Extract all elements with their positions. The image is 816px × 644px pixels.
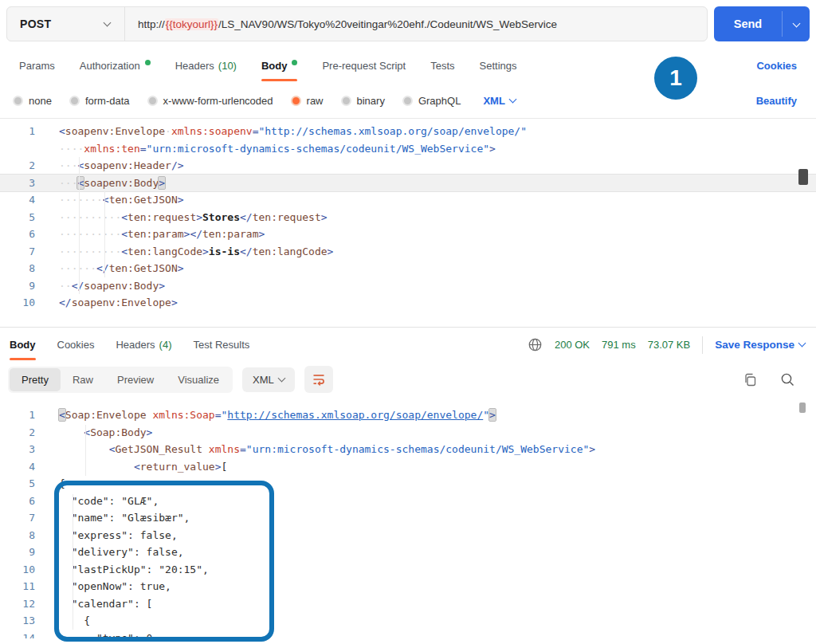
code-content: ··········<ten:param></ten:param>	[59, 226, 265, 243]
copy-button[interactable]	[743, 372, 758, 387]
tab-settings[interactable]: Settings	[480, 48, 517, 83]
indent-guide	[73, 494, 73, 630]
code-line: 2 <Soap:Body>	[0, 424, 816, 442]
code-line: 1<soapenv:Envelope·xmlns:soapenv="http:/…	[0, 123, 816, 140]
tab-count-badge: (10)	[218, 60, 237, 72]
line-number: 7	[0, 243, 46, 261]
code-line: 5··········<ten:request>Stores</ten:requ…	[0, 209, 816, 226]
response-tool-icons	[743, 372, 795, 387]
body-type-radio-binary[interactable]: binary	[341, 95, 385, 107]
request-url-bar: POST http://{{tokyourl}}/LS_NAV90/WS/Tok…	[0, 0, 816, 41]
tab-label: Params	[19, 60, 55, 72]
body-type-radio-raw[interactable]: raw	[291, 95, 324, 107]
line-number: 1	[0, 406, 46, 424]
response-editor-scrollbar[interactable]	[799, 402, 806, 413]
cookies-link[interactable]: Cookies	[756, 60, 797, 72]
code-content: ···<soapenv:Header/>	[59, 157, 184, 175]
view-tab-visualize[interactable]: Visualize	[166, 368, 231, 391]
code-content: "delivery": false,	[59, 544, 184, 561]
body-type-radio-x-www-form-urlencoded[interactable]: x-www-form-urlencoded	[147, 95, 273, 107]
body-language-select[interactable]: XML	[483, 95, 515, 107]
line-number: 5	[0, 209, 46, 226]
beautify-link[interactable]: Beautify	[756, 95, 797, 107]
line-number	[0, 140, 46, 158]
wrap-text-button[interactable]	[304, 366, 333, 393]
line-number: 9	[0, 544, 46, 561]
chevron-down-icon	[104, 18, 112, 26]
send-label[interactable]: Send	[714, 6, 782, 41]
code-content: ··········<ten:langCode>is-is</ten:langC…	[59, 243, 333, 261]
tab-headers[interactable]: Headers(10)	[175, 48, 237, 83]
wrap-text-icon	[312, 372, 326, 387]
code-line: 6··········<ten:param></ten:param>	[0, 226, 816, 243]
request-body-editor[interactable]: 1<soapenv:Envelope·xmlns:soapenv="http:/…	[0, 118, 816, 327]
code-line: 9··</soapenv:Body>	[0, 277, 816, 295]
send-options-button[interactable]	[783, 6, 810, 41]
line-number: 7	[0, 509, 46, 527]
code-content: "express": false,	[59, 527, 178, 544]
response-tab-cookies[interactable]: Cookies	[57, 328, 95, 362]
view-tab-preview[interactable]: Preview	[105, 368, 166, 391]
tab-pre-request-script[interactable]: Pre-request Script	[322, 48, 406, 83]
line-number: 13	[0, 612, 46, 630]
response-language-select[interactable]: XML	[242, 367, 295, 392]
code-content: "openNow": true,	[59, 578, 171, 595]
line-number: 6	[0, 226, 46, 243]
line-number: 2	[0, 424, 46, 442]
code-line: 8 "express": false,	[0, 527, 816, 544]
tab-label: Headers	[175, 60, 214, 72]
save-response-button[interactable]: Save Response	[715, 339, 805, 351]
code-line: 11 "openNow": true,	[0, 578, 816, 595]
response-tab-test-results[interactable]: Test Results	[194, 328, 250, 362]
body-type-radio-graphql[interactable]: GraphQL	[402, 95, 461, 107]
body-type-radio-form-data[interactable]: form-data	[69, 95, 130, 107]
code-line: 13 {	[0, 612, 816, 630]
response-toolbar: PrettyRawPreviewVisualize XML	[0, 362, 816, 397]
code-line: 9 "delivery": false,	[0, 544, 816, 561]
code-line: 4·······<ten:GetJSON>	[0, 191, 816, 209]
radio-dot-icon	[147, 96, 158, 106]
tab-label: Test Results	[194, 339, 250, 351]
response-tab-headers[interactable]: Headers(4)	[116, 328, 171, 362]
code-content: <GetJSON_Result xmlns="urn:microsoft-dyn…	[59, 441, 595, 458]
line-number: 3	[0, 441, 46, 458]
request-tabs: ParamsAuthorizationHeaders(10)BodyPre-re…	[19, 48, 517, 83]
method-label: POST	[20, 18, 51, 30]
code-content: "code": "GLÆ",	[59, 493, 159, 510]
code-content: "lastPickUp": "20:15",	[59, 561, 209, 579]
tab-tests[interactable]: Tests	[430, 48, 454, 83]
chevron-down-icon	[798, 340, 806, 348]
view-tab-pretty[interactable]: Pretty	[10, 368, 61, 391]
code-line: 6 "code": "GLÆ",	[0, 493, 816, 510]
indent-guide	[85, 425, 86, 476]
code-line: 8······</ten:GetJSON>	[0, 260, 816, 277]
xml-namespace-link[interactable]: http://schemas.xmlsoap.org/soap/envelope…	[227, 409, 483, 421]
code-line: 3···<soapenv:Body>	[0, 175, 816, 192]
tab-authorization[interactable]: Authorization	[80, 48, 151, 83]
send-button[interactable]: Send	[714, 6, 810, 41]
tab-label: Body	[10, 339, 36, 351]
radio-label: x-www-form-urlencoded	[163, 95, 273, 107]
line-number: 10	[0, 561, 46, 579]
response-body-editor[interactable]: 1<Soap:Envelope xmlns:Soap="http://schem…	[0, 397, 816, 638]
radio-dot-icon	[291, 96, 301, 106]
code-content: {	[59, 612, 90, 630]
search-button[interactable]	[780, 372, 795, 387]
line-number: 4	[0, 191, 46, 209]
method-select[interactable]: POST	[7, 7, 125, 41]
request-editor-scrollbar[interactable]	[798, 169, 808, 185]
tab-body[interactable]: Body	[261, 48, 298, 83]
code-content: "name": "Glæsibær",	[59, 509, 190, 527]
line-number: 8	[0, 527, 46, 544]
code-content: ····xmlns:ten="urn:microsoft-dynamics-sc…	[59, 140, 496, 158]
chevron-down-icon	[792, 19, 800, 27]
line-number: 1	[0, 123, 46, 140]
code-content: </soapenv:Envelope>	[59, 294, 178, 312]
url-input[interactable]: http://{{tokyourl}}/LS_NAV90/WS/Tokyo%20…	[125, 18, 707, 30]
response-tab-body[interactable]: Body	[10, 328, 36, 362]
globe-icon	[528, 337, 543, 352]
radio-label: GraphQL	[418, 95, 461, 107]
body-type-radio-none[interactable]: none	[13, 95, 52, 107]
view-tab-raw[interactable]: Raw	[61, 368, 105, 391]
tab-params[interactable]: Params	[19, 48, 55, 83]
